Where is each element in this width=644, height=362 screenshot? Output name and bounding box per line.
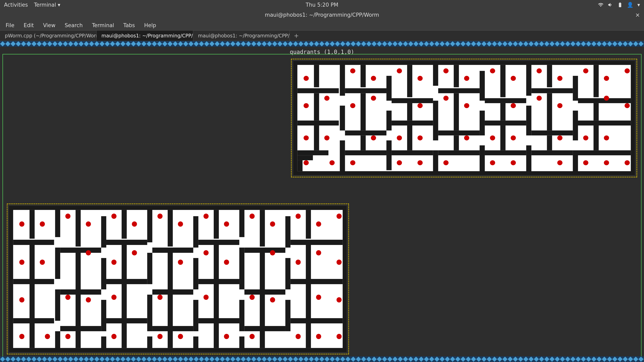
- svg-rect-53: [407, 103, 412, 120]
- bottom-diamond-border: [0, 356, 644, 362]
- menu-view[interactable]: View: [40, 21, 59, 29]
- system-bar: Activities Terminal ▾ Thu 5:20 PM 👤 ▾: [0, 0, 644, 10]
- svg-rect-175: [168, 253, 173, 289]
- diamond-decoration: [450, 41, 455, 46]
- user-menu-chevron[interactable]: ▾: [637, 2, 640, 8]
- diamond-decoration: [330, 357, 335, 362]
- diamond-decoration: [482, 41, 486, 46]
- svg-point-96: [397, 135, 402, 140]
- diamond-decoration: [392, 357, 398, 362]
- diamond-decoration: [63, 357, 68, 362]
- svg-point-107: [397, 160, 402, 165]
- diamond-decoration: [424, 357, 429, 362]
- menu-tabs[interactable]: Tabs: [120, 21, 139, 29]
- diamond-decoration: [309, 41, 314, 46]
- svg-point-218: [316, 250, 321, 255]
- diamond-decoration: [162, 357, 167, 362]
- diamond-decoration: [256, 41, 262, 46]
- diamond-decoration: [492, 357, 497, 362]
- diamond-decoration: [183, 41, 188, 46]
- svg-point-67: [304, 76, 309, 81]
- svg-rect-36: [578, 120, 631, 125]
- diamond-decoration: [513, 41, 518, 46]
- svg-rect-150: [290, 240, 342, 245]
- svg-point-74: [490, 68, 495, 73]
- new-tab-button[interactable]: +: [290, 32, 303, 39]
- diamond-decoration: [602, 357, 607, 362]
- diamond-decoration: [612, 41, 617, 46]
- tab-2[interactable]: maui@phobos1: ~/Programming/CPP/Worm ×: [193, 30, 290, 41]
- menu-file[interactable]: File: [2, 21, 18, 29]
- menu-terminal[interactable]: Terminal: [88, 21, 118, 29]
- diamond-decoration: [445, 41, 450, 46]
- diamond-decoration: [21, 357, 26, 362]
- menu-search[interactable]: Search: [61, 21, 86, 29]
- svg-point-198: [132, 221, 137, 227]
- svg-point-84: [371, 96, 376, 101]
- diamond-decoration: [267, 41, 272, 46]
- svg-rect-167: [122, 210, 126, 239]
- diamond-decoration: [486, 41, 492, 46]
- diamond-decoration: [194, 357, 199, 362]
- diamond-decoration: [502, 41, 507, 46]
- diamond-decoration: [528, 357, 534, 362]
- svg-point-227: [270, 297, 275, 303]
- svg-rect-146: [106, 240, 147, 245]
- maze-bottom-svg: [9, 206, 347, 352]
- diamond-decoration: [319, 41, 324, 46]
- diamond-decoration: [586, 41, 591, 46]
- svg-rect-56: [547, 93, 552, 130]
- diamond-decoration: [178, 357, 183, 362]
- svg-rect-12: [433, 101, 438, 141]
- svg-rect-131: [147, 295, 152, 331]
- diamond-decoration: [277, 41, 282, 46]
- window-close-button[interactable]: ×: [635, 12, 640, 18]
- svg-point-224: [158, 295, 162, 300]
- svg-point-99: [490, 135, 495, 140]
- diamond-decoration: [523, 357, 528, 362]
- battery-icon: [617, 2, 623, 8]
- diamond-decoration: [199, 357, 204, 362]
- svg-rect-2: [293, 61, 298, 175]
- svg-rect-45: [360, 65, 366, 87]
- tab-1[interactable]: maui@phobos1: ~/Programming/CPP/Worm ×: [96, 30, 193, 41]
- svg-point-237: [250, 334, 254, 339]
- diamond-decoration: [508, 357, 512, 362]
- svg-point-89: [536, 96, 542, 101]
- terminal-app-label[interactable]: Terminal ▾: [34, 2, 60, 8]
- svg-point-197: [111, 214, 116, 219]
- diamond-decoration: [168, 357, 172, 362]
- svg-rect-31: [345, 130, 386, 136]
- diamond-decoration: [52, 41, 57, 46]
- menu-edit[interactable]: Edit: [20, 21, 38, 29]
- activities-button[interactable]: Activities: [4, 2, 28, 8]
- diamond-decoration: [366, 41, 371, 46]
- diamond-decoration: [126, 357, 130, 362]
- diamond-decoration: [618, 357, 622, 362]
- svg-rect-33: [438, 130, 480, 136]
- terminal-content[interactable]: quadrants (1,0,1,0): [0, 47, 644, 362]
- diamond-decoration: [350, 357, 356, 362]
- tab-0[interactable]: pWorm.cpp (~/Programming/CPP/Worm) - VIM…: [0, 30, 96, 41]
- diamond-decoration: [214, 357, 220, 362]
- diamond-decoration: [94, 357, 99, 362]
- diamond-decoration: [550, 357, 554, 362]
- diamond-decoration: [387, 41, 392, 46]
- bottom-diamond-row: [0, 357, 644, 361]
- svg-rect-19: [526, 145, 532, 175]
- user-icon[interactable]: 👤: [627, 2, 633, 8]
- svg-rect-185: [306, 284, 311, 318]
- diamond-decoration: [544, 41, 549, 46]
- diamond-decoration: [345, 41, 350, 46]
- svg-rect-184: [260, 295, 265, 326]
- svg-point-72: [443, 68, 448, 73]
- diamond-decoration: [141, 41, 146, 46]
- svg-point-68: [350, 68, 356, 73]
- svg-point-223: [111, 295, 116, 300]
- svg-rect-162: [198, 318, 239, 323]
- diamond-decoration: [440, 357, 444, 362]
- diamond-decoration: [277, 357, 282, 362]
- svg-rect-132: [147, 337, 152, 352]
- svg-rect-16: [480, 145, 485, 175]
- menu-help[interactable]: Help: [140, 21, 160, 29]
